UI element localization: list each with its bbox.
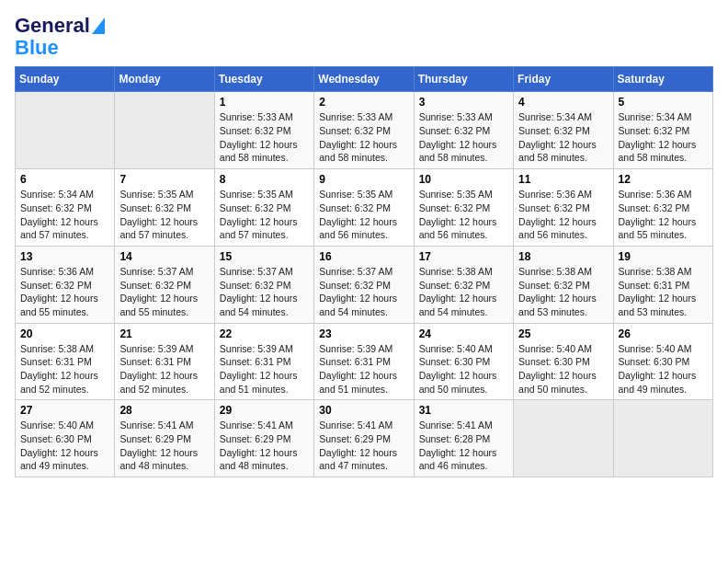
day-info: Sunrise: 5:41 AMSunset: 6:29 PMDaylight:… — [119, 419, 209, 473]
calendar-week-3: 13Sunrise: 5:36 AMSunset: 6:32 PMDayligh… — [16, 246, 713, 323]
weekday-header-thursday: Thursday — [414, 67, 513, 92]
calendar-cell: 1Sunrise: 5:33 AMSunset: 6:32 PMDaylight… — [214, 92, 313, 169]
day-info: Sunrise: 5:40 AMSunset: 6:30 PMDaylight:… — [20, 419, 109, 473]
day-number: 2 — [319, 96, 408, 109]
day-number: 4 — [518, 96, 608, 109]
calendar-cell: 8Sunrise: 5:35 AMSunset: 6:32 PMDaylight… — [214, 169, 313, 247]
logo-text-general: General — [15, 15, 90, 37]
day-info: Sunrise: 5:41 AMSunset: 6:29 PMDaylight:… — [220, 419, 309, 473]
calendar-cell: 2Sunrise: 5:33 AMSunset: 6:32 PMDaylight… — [314, 92, 414, 169]
day-number: 26 — [619, 327, 708, 340]
day-info: Sunrise: 5:36 AMSunset: 6:32 PMDaylight:… — [619, 188, 708, 242]
day-number: 18 — [518, 250, 608, 263]
calendar-cell: 19Sunrise: 5:38 AMSunset: 6:31 PMDayligh… — [613, 246, 712, 323]
calendar-cell: 21Sunrise: 5:39 AMSunset: 6:31 PMDayligh… — [115, 323, 214, 400]
logo: General Blue — [15, 15, 105, 59]
calendar-cell: 13Sunrise: 5:36 AMSunset: 6:32 PMDayligh… — [16, 246, 115, 323]
day-number: 23 — [319, 327, 408, 340]
calendar-week-5: 27Sunrise: 5:40 AMSunset: 6:30 PMDayligh… — [16, 400, 713, 477]
logo-triangle-icon — [92, 17, 105, 34]
day-number: 11 — [518, 173, 608, 186]
day-info: Sunrise: 5:34 AMSunset: 6:32 PMDaylight:… — [20, 188, 109, 242]
calendar-cell: 28Sunrise: 5:41 AMSunset: 6:29 PMDayligh… — [115, 400, 214, 477]
day-number: 19 — [619, 250, 708, 263]
calendar-cell: 20Sunrise: 5:38 AMSunset: 6:31 PMDayligh… — [16, 323, 115, 400]
calendar-cell: 3Sunrise: 5:33 AMSunset: 6:32 PMDaylight… — [414, 92, 513, 169]
day-info: Sunrise: 5:41 AMSunset: 6:28 PMDaylight:… — [419, 419, 508, 473]
logo-text-blue: Blue — [15, 37, 59, 59]
calendar-cell: 5Sunrise: 5:34 AMSunset: 6:32 PMDaylight… — [613, 92, 712, 169]
calendar-cell — [514, 400, 613, 477]
day-info: Sunrise: 5:39 AMSunset: 6:31 PMDaylight:… — [220, 342, 309, 396]
day-number: 25 — [518, 327, 608, 340]
calendar-week-1: 1Sunrise: 5:33 AMSunset: 6:32 PMDaylight… — [16, 92, 713, 169]
day-number: 3 — [419, 96, 508, 109]
day-info: Sunrise: 5:38 AMSunset: 6:31 PMDaylight:… — [619, 265, 708, 319]
day-info: Sunrise: 5:36 AMSunset: 6:32 PMDaylight:… — [20, 265, 109, 319]
calendar-cell: 25Sunrise: 5:40 AMSunset: 6:30 PMDayligh… — [514, 323, 613, 400]
day-number: 14 — [119, 250, 209, 263]
day-info: Sunrise: 5:39 AMSunset: 6:31 PMDaylight:… — [319, 342, 408, 396]
calendar-cell: 26Sunrise: 5:40 AMSunset: 6:30 PMDayligh… — [613, 323, 712, 400]
calendar-cell — [613, 400, 712, 477]
day-number: 15 — [220, 250, 309, 263]
day-info: Sunrise: 5:38 AMSunset: 6:31 PMDaylight:… — [20, 342, 109, 396]
calendar-cell: 14Sunrise: 5:37 AMSunset: 6:32 PMDayligh… — [115, 246, 214, 323]
weekday-header-row: SundayMondayTuesdayWednesdayThursdayFrid… — [16, 67, 713, 92]
day-info: Sunrise: 5:33 AMSunset: 6:32 PMDaylight:… — [319, 110, 408, 165]
weekday-header-sunday: Sunday — [16, 67, 115, 92]
calendar-cell — [16, 92, 115, 169]
day-number: 1 — [220, 96, 309, 109]
calendar-week-4: 20Sunrise: 5:38 AMSunset: 6:31 PMDayligh… — [16, 323, 713, 400]
calendar-cell: 23Sunrise: 5:39 AMSunset: 6:31 PMDayligh… — [314, 323, 414, 400]
calendar-cell: 29Sunrise: 5:41 AMSunset: 6:29 PMDayligh… — [214, 400, 313, 477]
weekday-header-saturday: Saturday — [613, 67, 712, 92]
day-number: 12 — [619, 173, 708, 186]
day-number: 27 — [20, 404, 109, 417]
day-number: 7 — [119, 173, 209, 186]
calendar-cell: 16Sunrise: 5:37 AMSunset: 6:32 PMDayligh… — [314, 246, 414, 323]
calendar-cell — [115, 92, 214, 169]
calendar-cell: 7Sunrise: 5:35 AMSunset: 6:32 PMDaylight… — [115, 169, 214, 247]
calendar-cell: 17Sunrise: 5:38 AMSunset: 6:32 PMDayligh… — [414, 246, 513, 323]
day-number: 17 — [419, 250, 508, 263]
day-info: Sunrise: 5:39 AMSunset: 6:31 PMDaylight:… — [119, 342, 209, 396]
weekday-header-tuesday: Tuesday — [214, 67, 313, 92]
calendar-cell: 12Sunrise: 5:36 AMSunset: 6:32 PMDayligh… — [613, 169, 712, 247]
day-number: 21 — [119, 327, 209, 340]
day-info: Sunrise: 5:33 AMSunset: 6:32 PMDaylight:… — [220, 110, 309, 165]
calendar-cell: 24Sunrise: 5:40 AMSunset: 6:30 PMDayligh… — [414, 323, 513, 400]
calendar-cell: 9Sunrise: 5:35 AMSunset: 6:32 PMDaylight… — [314, 169, 414, 247]
calendar-cell: 10Sunrise: 5:35 AMSunset: 6:32 PMDayligh… — [414, 169, 513, 247]
calendar-body: 1Sunrise: 5:33 AMSunset: 6:32 PMDaylight… — [16, 92, 713, 477]
day-info: Sunrise: 5:35 AMSunset: 6:32 PMDaylight:… — [419, 188, 508, 242]
day-info: Sunrise: 5:40 AMSunset: 6:30 PMDaylight:… — [619, 342, 708, 396]
calendar-cell: 31Sunrise: 5:41 AMSunset: 6:28 PMDayligh… — [414, 400, 513, 477]
calendar-cell: 15Sunrise: 5:37 AMSunset: 6:32 PMDayligh… — [214, 246, 313, 323]
day-number: 24 — [419, 327, 508, 340]
calendar-cell: 18Sunrise: 5:38 AMSunset: 6:32 PMDayligh… — [514, 246, 613, 323]
day-number: 22 — [220, 327, 309, 340]
calendar-header: SundayMondayTuesdayWednesdayThursdayFrid… — [16, 67, 713, 92]
day-number: 20 — [20, 327, 109, 340]
day-number: 29 — [220, 404, 309, 417]
day-info: Sunrise: 5:34 AMSunset: 6:32 PMDaylight:… — [619, 110, 708, 165]
calendar-table: SundayMondayTuesdayWednesdayThursdayFrid… — [15, 66, 713, 477]
day-info: Sunrise: 5:40 AMSunset: 6:30 PMDaylight:… — [419, 342, 508, 396]
day-info: Sunrise: 5:37 AMSunset: 6:32 PMDaylight:… — [220, 265, 309, 319]
day-info: Sunrise: 5:36 AMSunset: 6:32 PMDaylight:… — [518, 188, 608, 242]
day-info: Sunrise: 5:37 AMSunset: 6:32 PMDaylight:… — [319, 265, 408, 319]
day-info: Sunrise: 5:34 AMSunset: 6:32 PMDaylight:… — [518, 110, 608, 165]
day-info: Sunrise: 5:41 AMSunset: 6:29 PMDaylight:… — [319, 419, 408, 473]
day-info: Sunrise: 5:38 AMSunset: 6:32 PMDaylight:… — [518, 265, 608, 319]
day-number: 5 — [619, 96, 708, 109]
day-number: 8 — [220, 173, 309, 186]
day-info: Sunrise: 5:35 AMSunset: 6:32 PMDaylight:… — [319, 188, 408, 242]
day-number: 9 — [319, 173, 408, 186]
weekday-header-monday: Monday — [115, 67, 214, 92]
page-header: General Blue — [15, 15, 713, 59]
weekday-header-wednesday: Wednesday — [314, 67, 414, 92]
day-number: 30 — [319, 404, 408, 417]
calendar-cell: 30Sunrise: 5:41 AMSunset: 6:29 PMDayligh… — [314, 400, 414, 477]
calendar-cell: 6Sunrise: 5:34 AMSunset: 6:32 PMDaylight… — [16, 169, 115, 247]
